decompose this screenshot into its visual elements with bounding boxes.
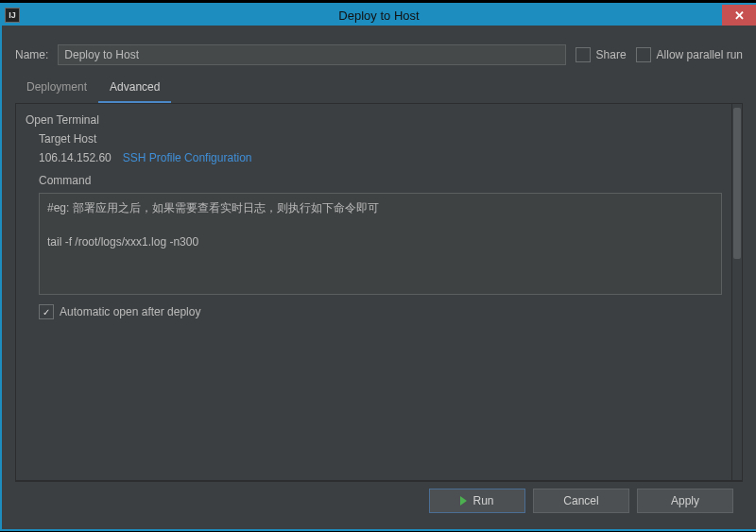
target-host-row: 106.14.152.60 SSH Profile Configuration	[39, 151, 722, 164]
name-row: Name: Share Allow parallel run	[15, 44, 743, 65]
tab-advanced[interactable]: Advanced	[98, 75, 171, 103]
scrollbar-thumb[interactable]	[733, 108, 741, 259]
apply-button[interactable]: Apply	[637, 489, 733, 513]
name-input[interactable]	[58, 44, 565, 65]
titlebar[interactable]: IJ Deploy to Host ✕	[2, 5, 756, 26]
open-terminal-heading: Open Terminal	[26, 113, 722, 127]
dialog-window: IJ Deploy to Host ✕ Name: Share Allow pa…	[0, 3, 756, 531]
apply-button-label: Apply	[671, 494, 699, 507]
auto-open-checkbox-wrap[interactable]: ✓ Automatic open after deploy	[39, 304, 722, 319]
button-bar: Run Cancel Apply	[15, 481, 743, 520]
auto-open-label: Automatic open after deploy	[60, 305, 200, 318]
parallel-label: Allow parallel run	[657, 48, 743, 61]
command-label: Command	[39, 174, 722, 187]
tab-deployment[interactable]: Deployment	[15, 75, 98, 103]
close-icon: ✕	[734, 9, 745, 23]
run-button-label: Run	[472, 494, 493, 507]
share-label: Share	[596, 48, 627, 61]
app-icon: IJ	[5, 8, 20, 23]
window-title: Deploy to Host	[2, 9, 756, 23]
vertical-scrollbar[interactable]	[731, 104, 742, 480]
tab-content: Open Terminal Target Host 106.14.152.60 …	[15, 104, 743, 481]
parallel-checkbox[interactable]	[636, 47, 651, 62]
ssh-profile-link[interactable]: SSH Profile Configuration	[123, 151, 252, 164]
share-checkbox-wrap[interactable]: Share	[576, 47, 627, 62]
name-label: Name:	[15, 48, 48, 61]
run-button[interactable]: Run	[429, 489, 525, 513]
target-host-label: Target Host	[39, 132, 722, 146]
close-button[interactable]: ✕	[722, 5, 756, 26]
cancel-button[interactable]: Cancel	[533, 489, 629, 513]
parallel-checkbox-wrap[interactable]: Allow parallel run	[636, 47, 743, 62]
target-host-ip: 106.14.152.60	[39, 151, 112, 164]
cancel-button-label: Cancel	[563, 494, 598, 507]
dialog-body: Name: Share Allow parallel run Deploymen…	[2, 26, 756, 529]
tabs-row: Deployment Advanced	[15, 75, 743, 104]
command-textarea[interactable]: #eg: 部署应用之后，如果需要查看实时日志，则执行如下命令即可 tail -f…	[39, 193, 722, 295]
advanced-pane: Open Terminal Target Host 106.14.152.60 …	[16, 104, 731, 480]
auto-open-checkbox[interactable]: ✓	[39, 304, 54, 319]
share-checkbox[interactable]	[576, 47, 591, 62]
play-icon	[460, 496, 467, 506]
